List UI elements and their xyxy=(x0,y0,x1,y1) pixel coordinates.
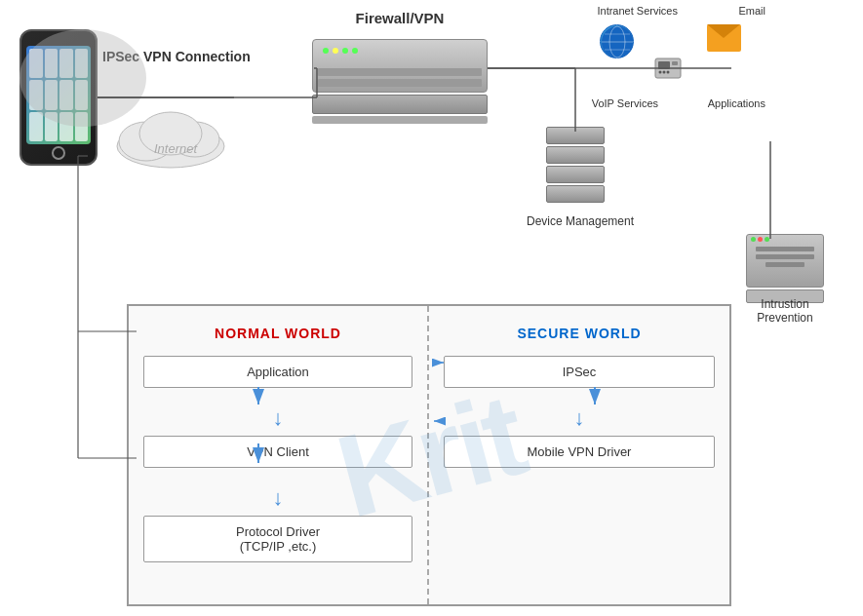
arrow-down-2: ↓ xyxy=(143,485,412,511)
voip-device-icon xyxy=(653,54,683,83)
services-circle xyxy=(20,29,146,127)
diagram-container: IPSec VPN Connection Internet Firewall/V… xyxy=(0,0,863,616)
intrusion-server xyxy=(746,234,824,292)
svg-point-35 xyxy=(667,71,670,74)
arrow-down-1: ↓ xyxy=(143,405,412,431)
mobile-vpn-box: Mobile VPN Driver xyxy=(444,436,715,468)
bottom-diagram: NORMAL WORLD Application ↓ VPN Client ↓ … xyxy=(127,304,731,606)
normal-world-title: NORMAL WORLD xyxy=(143,326,412,341)
device-mgmt-label: Device Management xyxy=(517,214,644,228)
protocol-driver-box: Protocol Driver(TCP/IP ,etc.) xyxy=(143,516,412,562)
svg-rect-31 xyxy=(658,61,670,69)
svg-point-33 xyxy=(659,71,662,74)
normal-world-panel: NORMAL WORLD Application ↓ VPN Client ↓ … xyxy=(129,306,429,604)
top-section: IPSec VPN Connection Internet Firewall/V… xyxy=(0,0,863,302)
svg-rect-32 xyxy=(672,61,678,65)
email-label: Email xyxy=(738,5,765,17)
application-box: Application xyxy=(143,356,412,388)
svg-point-34 xyxy=(663,71,666,74)
globe-icon xyxy=(600,24,634,58)
secure-world-title: SECURE WORLD xyxy=(444,326,715,341)
svg-text:Internet: Internet xyxy=(154,141,198,156)
secure-world-panel: SECURE WORLD IPSec ↓ Mobile VPN Driver xyxy=(429,306,729,604)
firewall-label: Firewall/VPN xyxy=(332,10,468,26)
arrow-down-3: ↓ xyxy=(444,405,715,431)
intranet-services-label: Intranet Services xyxy=(597,5,678,17)
device-mgmt-server xyxy=(546,127,605,205)
protocol-driver-text: Protocol Driver(TCP/IP ,etc.) xyxy=(236,524,320,554)
voip-label: VoIP Services xyxy=(592,97,658,109)
email-icon xyxy=(707,24,741,52)
applications-label: Applications xyxy=(708,97,765,109)
vpn-client-box: VPN Client xyxy=(143,436,412,468)
ipsec-box: IPSec xyxy=(444,356,715,388)
intrusion-prevention-label: Intrustion Prevention xyxy=(731,297,839,325)
firewall-device xyxy=(312,39,488,97)
